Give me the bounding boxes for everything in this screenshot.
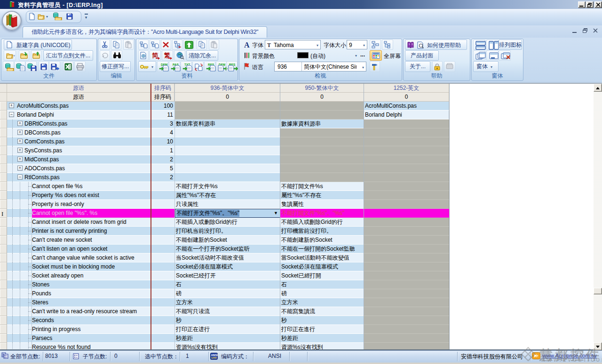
- svg-text:繁: 繁: [164, 52, 170, 59]
- svg-text:T: T: [267, 42, 271, 48]
- svg-text:A: A: [244, 41, 250, 48]
- svg-text:简: 简: [152, 52, 158, 59]
- svg-text:UTF: UTF: [212, 356, 217, 359]
